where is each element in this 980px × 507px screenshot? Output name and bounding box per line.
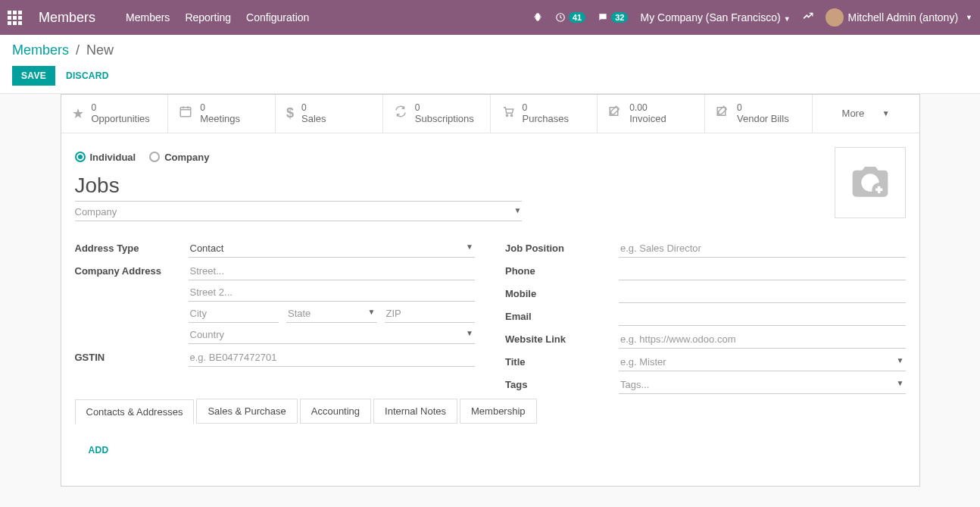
label-email: Email [505,308,619,322]
svg-rect-1 [181,108,192,117]
tab-sales-purchase[interactable]: Sales & Purchase [196,399,297,424]
stat-opportunities[interactable]: ★ 0Opportunities [61,95,169,133]
gstin-field[interactable] [189,349,476,367]
breadcrumb: Members / New [12,42,968,58]
street2-field[interactable] [189,283,476,302]
tags-select[interactable]: Tags... ▼ [619,376,906,394]
svg-point-2 [506,115,507,117]
state-select[interactable]: State ▼ [286,305,377,323]
stat-sales[interactable]: $ 0Sales [276,95,383,133]
tab-membership[interactable]: Membership [460,399,537,424]
radio-dot-icon [75,152,86,162]
stat-purchases[interactable]: 0Purchases [491,95,598,133]
nav-link-members[interactable]: Members [126,11,170,23]
name-field[interactable] [75,171,522,202]
control-bar: Members / New SAVE DISCARD [0,35,980,94]
radio-individual[interactable]: Individual [75,152,136,163]
tab-accounting[interactable]: Accounting [300,399,371,424]
image-upload[interactable] [835,147,906,218]
label-phone: Phone [505,262,619,277]
phone-field[interactable] [619,262,906,280]
breadcrumb-root[interactable]: Members [12,42,69,58]
dollar-icon: $ [286,105,294,121]
title-select[interactable]: e.g. Mister ▼ [619,353,906,371]
job-position-field[interactable] [619,239,906,258]
avatar [826,8,844,27]
stat-invoiced[interactable]: 0.00Invoiced [598,95,705,133]
add-button[interactable]: ADD [75,424,906,463]
stat-more[interactable]: More ▼ [813,95,919,133]
stat-vendor-bills[interactable]: 0Vendor Bills [705,95,813,133]
chevron-down-icon: ▼ [466,329,473,340]
email-field[interactable] [619,308,906,326]
address-type-select[interactable]: Contact ▼ [189,239,476,258]
tab-internal-notes[interactable]: Internal Notes [373,399,457,424]
chevron-down-icon: ▼ [897,379,904,390]
mobile-field[interactable] [619,285,906,303]
messages-icon[interactable]: 32 [598,12,628,23]
label-tags: Tags [505,376,619,390]
tabs: Contacts & Addresses Sales & Purchase Ac… [75,399,906,424]
chevron-down-icon: ▼ [514,206,522,218]
chevron-down-icon: ▼ [897,356,904,368]
tab-contacts[interactable]: Contacts & Addresses [75,399,195,424]
brand-title: Members [39,10,95,26]
stat-row: ★ 0Opportunities 0Meetings $ 0Sales 0Sub… [61,95,919,133]
stat-meetings[interactable]: 0Meetings [168,95,276,133]
form-sheet: ★ 0Opportunities 0Meetings $ 0Sales 0Sub… [61,94,920,487]
nav-link-reporting[interactable]: Reporting [185,11,231,23]
nav-links: Members Reporting Configuration [126,11,309,23]
radio-company[interactable]: Company [149,152,209,163]
calendar-icon [179,105,192,122]
apps-icon[interactable] [8,11,22,25]
label-title: Title [505,353,619,368]
chevron-down-icon: ▼ [368,308,376,319]
pencil-square-icon [716,105,729,122]
user-menu[interactable]: Mitchell Admin (antony)▼ [826,8,972,27]
nav-right: 41 32 My Company (San Francisco)▼ Mitche… [532,8,972,27]
label-job-position: Job Position [505,239,619,254]
pencil-square-icon [608,105,622,122]
chevron-down-icon: ▼ [882,109,890,117]
chevron-down-icon: ▼ [466,243,473,254]
messages-badge: 32 [611,12,628,23]
city-field[interactable] [189,305,279,323]
top-nav: Members Members Reporting Configuration … [0,0,980,35]
activities-icon[interactable]: 41 [555,12,585,23]
refresh-icon [394,105,407,122]
label-company-address: Company Address [75,262,189,277]
activities-badge: 41 [569,12,585,23]
company-switcher[interactable]: My Company (San Francisco)▼ [640,11,790,23]
label-website: Website Link [505,330,619,345]
discard-button[interactable]: DISCARD [66,70,109,81]
stat-subscriptions[interactable]: 0Subscriptions [383,95,491,133]
street-field[interactable] [189,262,476,280]
country-select[interactable]: Country ▼ [189,326,476,344]
label-mobile: Mobile [505,285,619,299]
company-select[interactable]: Company ▼ [75,203,522,221]
debug-icon[interactable] [532,12,543,23]
breadcrumb-current: New [86,42,114,58]
cart-icon [501,105,515,122]
breadcrumb-sep: / [76,42,80,58]
radio-dot-icon [149,152,160,162]
save-button[interactable]: SAVE [12,66,55,86]
settings-icon[interactable] [803,11,813,24]
label-address-type: Address Type [75,239,189,254]
label-gstin: GSTIN [75,349,189,363]
zip-field[interactable] [385,305,476,323]
star-icon: ★ [72,105,84,122]
website-field[interactable] [619,330,906,349]
nav-link-configuration[interactable]: Configuration [246,11,309,23]
svg-point-3 [510,115,512,117]
